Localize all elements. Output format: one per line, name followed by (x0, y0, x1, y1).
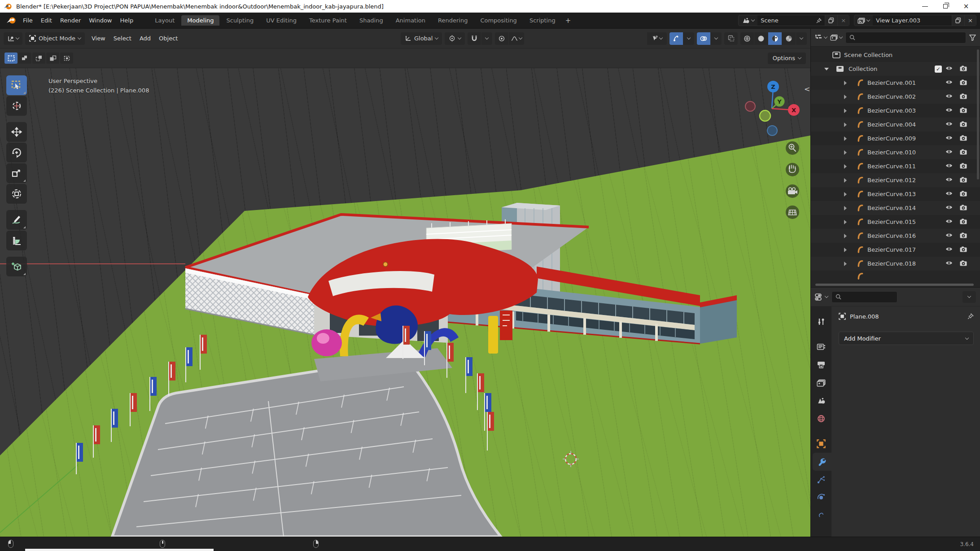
pan-button[interactable] (786, 163, 799, 176)
scene-name-field[interactable]: Scene (757, 15, 825, 26)
camera-view-button[interactable] (786, 184, 799, 198)
transform-pivot-dropdown[interactable] (445, 32, 465, 45)
camera-render-icon[interactable] (960, 177, 967, 184)
workspace-tab-sculpting[interactable]: Sculpting (220, 15, 259, 26)
outliner-item-row[interactable]: BezierCurve.002 (811, 90, 980, 104)
properties-editor-type-button[interactable] (815, 293, 828, 301)
properties-tab-particles[interactable] (811, 471, 831, 489)
camera-render-icon[interactable] (960, 135, 967, 142)
outliner-display-mode-button[interactable] (830, 34, 842, 41)
workspace-tab-shading[interactable]: Shading (354, 15, 389, 26)
add-modifier-button[interactable]: Add Modifier (839, 332, 974, 345)
properties-tab-modifiers[interactable] (813, 453, 831, 471)
expand-arrow-icon[interactable] (844, 81, 847, 85)
transform-tool-button[interactable] (6, 184, 27, 204)
eye-icon[interactable] (945, 121, 953, 128)
3d-viewport[interactable]: Z Y X (0, 68, 810, 537)
expand-arrow-icon[interactable] (844, 136, 847, 141)
options-dropdown[interactable]: Options (768, 52, 806, 64)
camera-render-icon[interactable] (960, 107, 967, 114)
snap-toggle[interactable] (468, 32, 481, 45)
outliner-vertical-scrollbar[interactable] (977, 49, 979, 179)
outliner-editor-type-button[interactable] (815, 34, 827, 41)
outliner-item-row[interactable]: BezierCurve.013 (811, 187, 980, 201)
collapse-arrow-icon[interactable] (824, 68, 829, 70)
eye-icon[interactable] (945, 177, 953, 184)
expand-arrow-icon[interactable] (844, 122, 847, 127)
proportional-edit-toggle[interactable] (495, 32, 508, 45)
camera-render-icon[interactable] (960, 149, 967, 156)
view-layer-browse-button[interactable] (854, 15, 873, 26)
properties-tab-view-layer[interactable] (811, 374, 831, 392)
pin-icon[interactable] (816, 18, 822, 23)
camera-render-icon[interactable] (960, 66, 967, 73)
object-type-visibility-dropdown[interactable] (647, 32, 667, 45)
select-set-button[interactable] (4, 52, 18, 64)
outliner-item-row[interactable]: BezierCurve.014 (811, 201, 980, 215)
select-extend-button[interactable] (18, 52, 31, 64)
transform-orientation-dropdown[interactable]: Global (401, 32, 442, 45)
move-tool-button[interactable] (6, 122, 27, 142)
workspace-tab-modeling[interactable]: Modeling (181, 15, 219, 26)
shading-wireframe-button[interactable] (740, 32, 754, 45)
properties-tab-output[interactable] (811, 356, 831, 374)
eye-icon[interactable] (945, 135, 953, 142)
expand-arrow-icon[interactable] (844, 262, 847, 266)
outliner-item-row[interactable]: BezierCurve.001 (811, 76, 980, 90)
workspace-tab-layout[interactable]: Layout (149, 15, 180, 26)
scene-browse-button[interactable] (739, 15, 757, 26)
shading-rendered-button[interactable] (782, 32, 796, 45)
new-view-layer-button[interactable] (952, 15, 964, 26)
properties-tab-world[interactable] (811, 410, 831, 428)
eye-icon[interactable] (945, 205, 953, 211)
menu-file[interactable]: File (19, 15, 37, 26)
camera-render-icon[interactable] (960, 232, 967, 240)
outliner-collection-row[interactable]: Collection ✓ (811, 62, 980, 76)
shading-solid-button[interactable] (754, 32, 768, 45)
rotate-tool-button[interactable] (6, 143, 27, 162)
outliner-item-row[interactable]: BezierCurve.018 (811, 257, 980, 271)
properties-tab-physics[interactable] (811, 489, 831, 507)
workspace-tab-uv-editing[interactable]: UV Editing (260, 15, 302, 26)
gizmo-axis-neg-y[interactable] (760, 110, 770, 121)
workspace-tab-texture-paint[interactable]: Texture Paint (303, 15, 353, 26)
camera-render-icon[interactable] (960, 121, 967, 128)
scale-tool-button[interactable] (6, 163, 27, 183)
expand-arrow-icon[interactable] (844, 164, 847, 169)
outliner-item-row[interactable]: BezierCurve.012 (811, 173, 980, 187)
eye-icon[interactable] (945, 107, 953, 114)
properties-tab-render[interactable] (811, 338, 831, 356)
gizmo-axis-x[interactable]: X (788, 104, 800, 116)
outliner-horizontal-scrollbar[interactable] (815, 284, 974, 286)
select-intersect-button[interactable] (60, 52, 73, 64)
eye-icon[interactable] (945, 232, 953, 239)
camera-render-icon[interactable] (960, 219, 967, 226)
menu-window[interactable]: Window (85, 15, 116, 26)
viewport-menu-add[interactable]: Add (136, 33, 155, 44)
outliner-item-row[interactable]: BezierCurve.016 (811, 229, 980, 243)
eye-icon[interactable] (945, 191, 953, 197)
xray-toggle[interactable] (724, 32, 738, 45)
workspace-tab-rendering[interactable]: Rendering (432, 15, 473, 26)
show-overlays-toggle[interactable] (697, 32, 710, 45)
outliner-filter-button[interactable] (969, 35, 976, 41)
close-button[interactable]: × (956, 0, 976, 12)
properties-tab-constraints[interactable] (811, 507, 831, 525)
select-invert-button[interactable] (46, 52, 59, 64)
snap-settings-dropdown[interactable] (481, 32, 492, 45)
properties-options-dropdown[interactable] (962, 291, 976, 303)
expand-arrow-icon[interactable] (844, 248, 847, 252)
outliner-item-row[interactable]: BezierCurve.015 (811, 215, 980, 229)
outliner-item-row-partial[interactable] (811, 271, 980, 284)
expand-arrow-icon[interactable] (844, 206, 847, 210)
menu-render[interactable]: Render (56, 15, 85, 26)
add-cube-tool-button[interactable] (6, 257, 27, 276)
collection-checkbox[interactable]: ✓ (935, 66, 942, 73)
viewport-menu-view[interactable]: View (88, 33, 109, 44)
camera-render-icon[interactable] (960, 191, 967, 198)
blender-menu-icon[interactable] (4, 17, 19, 24)
editor-type-button[interactable] (4, 32, 22, 45)
mode-dropdown[interactable]: Object Mode (25, 32, 85, 45)
outliner-item-row[interactable]: BezierCurve.009 (811, 131, 980, 145)
minimize-button[interactable] (914, 0, 935, 12)
